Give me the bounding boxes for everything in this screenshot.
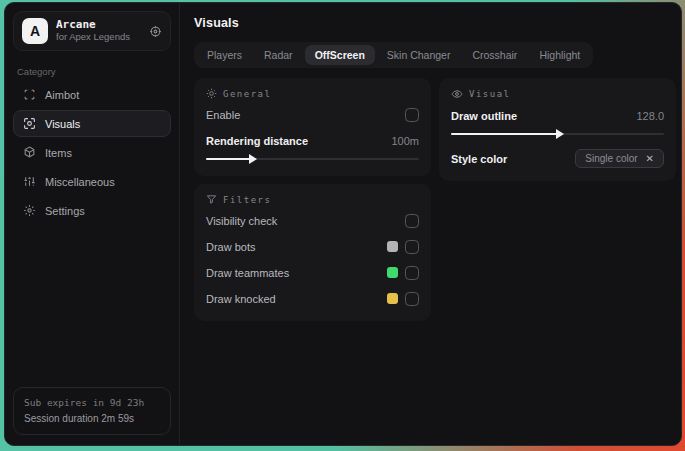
main-panel: Visuals Players Radar OffScreen Skin Cha… [180, 3, 682, 445]
slider-arrow-thumb[interactable] [249, 154, 257, 164]
draw-bots-checkbox[interactable] [405, 240, 419, 254]
sidebar-item-miscellaneous[interactable]: Miscellaneous [13, 168, 171, 195]
tab-radar[interactable]: Radar [254, 45, 303, 65]
style-color-label: Style color [451, 153, 507, 165]
draw-teammates-checkbox[interactable] [405, 266, 419, 280]
clear-icon[interactable]: ✕ [646, 154, 654, 164]
sidebar-item-label: Items [45, 147, 72, 159]
enable-checkbox[interactable] [405, 108, 419, 122]
sidebar-nav: Aimbot Visuals Items [13, 81, 171, 224]
sidebar: A Arcane for Apex Legends Category [5, 3, 180, 445]
sidebar-item-label: Miscellaneous [45, 176, 115, 188]
sliders-icon [23, 175, 36, 188]
tab-highlight[interactable]: Highlight [529, 45, 590, 65]
target-icon[interactable] [149, 25, 162, 38]
draw-knocked-color-swatch[interactable] [387, 293, 398, 304]
visual-card: Visual Draw outline 128.0 Style color [439, 78, 676, 181]
sun-icon [206, 88, 217, 99]
eye-icon [451, 88, 463, 100]
style-color-select[interactable]: Single color ✕ [575, 149, 664, 168]
category-label: Category [17, 66, 167, 77]
sidebar-item-label: Aimbot [45, 89, 79, 101]
app-subtitle: for Apex Legends [56, 32, 141, 43]
draw-outline-value: 128.0 [636, 110, 664, 122]
funnel-icon [206, 194, 217, 205]
focus-eye-icon [23, 117, 36, 130]
sidebar-item-label: Visuals [45, 118, 80, 130]
crosshair-scan-icon [23, 88, 36, 101]
visibility-check-checkbox[interactable] [405, 214, 419, 228]
draw-bots-color-swatch[interactable] [387, 241, 398, 252]
tab-offscreen[interactable]: OffScreen [305, 45, 375, 65]
sidebar-item-settings[interactable]: Settings [13, 197, 171, 224]
box-icon [23, 146, 36, 159]
visual-card-title: Visual [469, 89, 511, 99]
tab-bar: Players Radar OffScreen Skin Changer Cro… [194, 42, 593, 68]
tab-players[interactable]: Players [197, 45, 252, 65]
style-color-value: Single color [585, 153, 637, 164]
sidebar-item-visuals[interactable]: Visuals [13, 110, 171, 137]
filters-card: Filters Visibility check Draw bots [194, 184, 431, 321]
rendering-distance-slider[interactable] [206, 154, 419, 164]
page-title: Visuals [194, 16, 676, 30]
sidebar-item-items[interactable]: Items [13, 139, 171, 166]
subscription-status-card: Sub expires in 9d 23h Session duration 2… [13, 387, 171, 435]
tab-crosshair[interactable]: Crosshair [462, 45, 527, 65]
filters-card-title: Filters [223, 195, 271, 205]
filter-row-teammates: Draw teammates [206, 262, 419, 283]
filter-row-visibility: Visibility check [206, 210, 419, 231]
draw-outline-slider[interactable] [451, 129, 664, 139]
app-logo: A [22, 18, 48, 44]
sub-expires-text: Sub expires in 9d 23h [24, 396, 160, 411]
app-name: Arcane [56, 19, 141, 32]
filter-row-bots: Draw bots [206, 236, 419, 257]
draw-outline-label: Draw outline [451, 110, 517, 122]
session-duration-text: Session duration 2m 59s [24, 411, 160, 427]
sidebar-item-label: Settings [45, 205, 85, 217]
slider-arrow-thumb[interactable] [556, 129, 564, 139]
enable-label: Enable [206, 109, 240, 121]
draw-knocked-checkbox[interactable] [405, 292, 419, 306]
general-card: General Enable Rendering distance 100m [194, 78, 431, 176]
app-window: A Arcane for Apex Legends Category [4, 2, 682, 446]
app-header-card: A Arcane for Apex Legends [13, 11, 171, 51]
gear-icon [23, 204, 36, 217]
rendering-distance-value: 100m [391, 135, 419, 147]
filter-row-knocked: Draw knocked [206, 288, 419, 309]
tab-skin-changer[interactable]: Skin Changer [377, 45, 461, 65]
sidebar-item-aimbot[interactable]: Aimbot [13, 81, 171, 108]
draw-teammates-color-swatch[interactable] [387, 267, 398, 278]
rendering-distance-label: Rendering distance [206, 135, 308, 147]
general-card-title: General [223, 89, 271, 99]
